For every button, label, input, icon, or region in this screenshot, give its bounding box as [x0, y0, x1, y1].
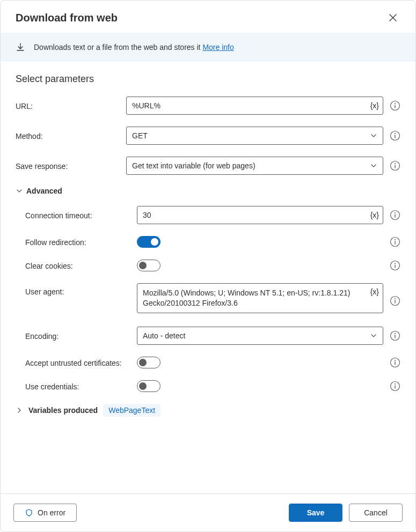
- close-button[interactable]: [385, 10, 400, 25]
- variables-produced-label: Variables produced: [28, 406, 98, 415]
- user-agent-label: User agent:: [16, 283, 137, 296]
- info-banner: Downloads text or a file from the web an…: [1, 33, 415, 62]
- url-input[interactable]: [126, 97, 383, 115]
- chevron-down-icon: [370, 332, 377, 339]
- info-icon[interactable]: [390, 260, 400, 271]
- svg-point-11: [395, 263, 396, 264]
- banner-text-content: Downloads text or a file from the web an…: [34, 43, 202, 51]
- info-icon[interactable]: [390, 100, 400, 111]
- dialog-footer: On error Save Cancel: [1, 493, 415, 531]
- dialog-body: Select parameters URL: {x} Method: GET: [1, 62, 415, 493]
- info-icon[interactable]: [390, 210, 400, 220]
- chevron-down-icon: [16, 187, 23, 195]
- svg-point-15: [395, 333, 396, 334]
- on-error-label: On error: [38, 508, 65, 517]
- row-connection-timeout: Connection timeout: {x}: [16, 206, 400, 224]
- connection-timeout-label: Connection timeout:: [16, 210, 137, 220]
- follow-redirection-toggle[interactable]: [137, 236, 160, 248]
- dialog-title: Download from web: [16, 12, 118, 24]
- row-save-response: Save response: Get text into variable (f…: [16, 157, 400, 175]
- svg-point-5: [395, 163, 396, 164]
- chevron-down-icon: [370, 162, 377, 169]
- on-error-button[interactable]: On error: [13, 504, 77, 522]
- use-credentials-label: Use credentials:: [16, 381, 137, 391]
- accept-untrusted-toggle[interactable]: [137, 357, 160, 368]
- accept-untrusted-label: Accept untrusted certificates:: [16, 358, 137, 367]
- svg-point-7: [395, 212, 396, 213]
- svg-point-19: [395, 383, 396, 385]
- use-credentials-toggle[interactable]: [137, 380, 160, 392]
- chevron-right-icon: [16, 407, 23, 414]
- encoding-select[interactable]: Auto - detect: [137, 327, 383, 345]
- url-label: URL:: [16, 101, 126, 110]
- user-agent-input[interactable]: [137, 283, 383, 313]
- dialog: Download from web Downloads text or a fi…: [0, 0, 416, 532]
- advanced-title: Advanced: [26, 187, 62, 195]
- info-icon[interactable]: [390, 381, 400, 391]
- row-clear-cookies: Clear cookies:: [16, 260, 400, 271]
- svg-point-3: [395, 133, 396, 134]
- info-icon[interactable]: [390, 130, 400, 141]
- row-user-agent: User agent: {x}: [16, 283, 400, 315]
- cancel-button[interactable]: Cancel: [349, 504, 403, 522]
- save-response-label: Save response:: [16, 161, 126, 171]
- encoding-value: Auto - detect: [143, 331, 185, 340]
- shield-icon: [25, 508, 33, 517]
- clear-cookies-toggle[interactable]: [137, 260, 160, 271]
- row-method: Method: GET: [16, 127, 400, 145]
- row-encoding: Encoding: Auto - detect: [16, 327, 400, 345]
- method-label: Method:: [16, 131, 126, 141]
- variable-chip[interactable]: WebPageText: [103, 404, 160, 417]
- more-info-link[interactable]: More info: [202, 43, 233, 51]
- svg-point-9: [395, 239, 396, 240]
- row-url: URL: {x}: [16, 97, 400, 115]
- svg-point-17: [395, 360, 396, 361]
- method-select[interactable]: GET: [126, 127, 383, 145]
- connection-timeout-input[interactable]: [137, 206, 383, 224]
- follow-redirection-label: Follow redirection:: [16, 237, 137, 247]
- info-icon[interactable]: [390, 160, 400, 171]
- banner-text: Downloads text or a file from the web an…: [34, 43, 234, 51]
- save-response-value: Get text into variable (for web pages): [132, 161, 256, 170]
- method-value: GET: [132, 131, 148, 140]
- info-icon[interactable]: [390, 237, 400, 247]
- row-accept-untrusted: Accept untrusted certificates:: [16, 357, 400, 368]
- svg-point-13: [395, 298, 396, 299]
- info-icon[interactable]: [390, 295, 400, 306]
- save-response-select[interactable]: Get text into variable (for web pages): [126, 157, 383, 175]
- clear-cookies-label: Clear cookies:: [16, 261, 137, 270]
- dialog-header: Download from web: [1, 1, 415, 33]
- section-title: Select parameters: [16, 73, 400, 85]
- advanced-section-toggle[interactable]: Advanced: [16, 187, 400, 195]
- variables-produced-toggle[interactable]: Variables produced WebPageText: [16, 404, 400, 417]
- save-button[interactable]: Save: [289, 504, 342, 522]
- download-icon: [16, 42, 25, 52]
- info-icon[interactable]: [390, 357, 400, 368]
- encoding-label: Encoding:: [16, 331, 137, 341]
- row-use-credentials: Use credentials:: [16, 380, 400, 392]
- svg-point-1: [395, 103, 396, 104]
- close-icon: [389, 13, 397, 22]
- row-follow-redirection: Follow redirection:: [16, 236, 400, 248]
- info-icon[interactable]: [390, 330, 400, 341]
- chevron-down-icon: [370, 132, 377, 139]
